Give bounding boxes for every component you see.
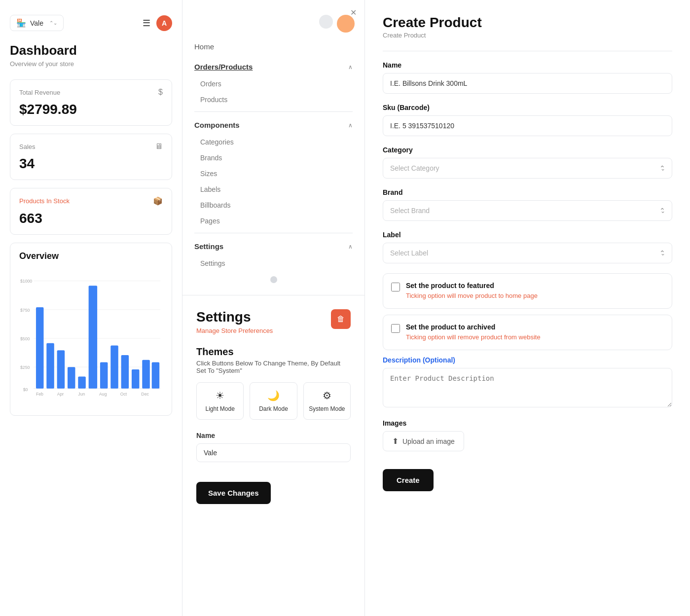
- system-mode-icon: ⚙: [323, 390, 331, 401]
- stock-label: Products In Stock: [19, 197, 70, 205]
- avatar[interactable]: A: [156, 15, 172, 31]
- svg-rect-12: [57, 350, 65, 389]
- deco-circle-2: [337, 15, 355, 33]
- nav-chevron-settings-icon: ∧: [348, 243, 353, 250]
- svg-text:$250: $250: [20, 365, 30, 370]
- settings-subtitle: Manage Store Preferences: [196, 327, 273, 334]
- store-chevron-icon: ⌃⌄: [49, 20, 57, 26]
- description-field-group: Description (Optional): [383, 356, 672, 409]
- settings-title: Settings: [196, 309, 273, 325]
- nav-item-billboards[interactable]: Billboards: [182, 197, 364, 213]
- dark-mode-icon: 🌙: [267, 390, 280, 401]
- settings-name-field-group: Name: [196, 432, 351, 472]
- sales-card: Sales 🖥 34: [10, 134, 172, 180]
- nav-divider-1: [194, 111, 353, 112]
- svg-text:$750: $750: [20, 308, 30, 313]
- svg-rect-14: [78, 377, 86, 389]
- nav-item-products[interactable]: Products: [182, 92, 364, 108]
- name-input[interactable]: [383, 73, 672, 94]
- label-field-label: Label: [383, 231, 672, 239]
- settings-header-text: Settings Manage Store Preferences: [196, 309, 273, 346]
- themes-title: Themes: [196, 346, 351, 358]
- svg-rect-18: [121, 355, 129, 389]
- dashboard-panel: 🏪 Vale ⌃⌄ ☰ A Dashboard Overview of your…: [0, 0, 182, 616]
- featured-checkbox[interactable]: [391, 283, 400, 291]
- sku-input[interactable]: [383, 115, 672, 136]
- svg-rect-15: [89, 286, 97, 389]
- nav-section-orders: Orders/Products ∧ Orders Products: [182, 58, 364, 108]
- middle-panel: ✕ Home Orders/Products ∧ Orders Products…: [182, 0, 365, 616]
- delete-button[interactable]: 🗑: [331, 309, 351, 329]
- svg-rect-19: [132, 369, 140, 389]
- category-select[interactable]: Select Category: [383, 158, 672, 179]
- brand-select[interactable]: Select Brand: [383, 200, 672, 221]
- nav-section-orders-header[interactable]: Orders/Products ∧: [182, 58, 364, 76]
- name-field-group: Name: [383, 61, 672, 94]
- archived-checkbox-desc: Ticking option will remove product from …: [406, 333, 541, 342]
- svg-rect-10: [36, 307, 44, 389]
- label-select[interactable]: Select Label: [383, 243, 672, 263]
- sales-card-header: Sales 🖥: [19, 142, 163, 151]
- nav-section-settings-header[interactable]: Settings ∧: [182, 237, 364, 255]
- nav-item-labels[interactable]: Labels: [182, 181, 364, 197]
- description-textarea[interactable]: [383, 368, 672, 407]
- create-product-title: Create Product: [383, 15, 672, 31]
- settings-name-label: Name: [196, 432, 351, 439]
- svg-text:$500: $500: [20, 336, 30, 341]
- svg-text:$0: $0: [23, 387, 28, 392]
- svg-rect-21: [152, 362, 160, 389]
- settings-name-input[interactable]: [196, 443, 351, 462]
- store-icon: 🏪: [16, 18, 26, 28]
- nav-item-categories[interactable]: Categories: [182, 134, 364, 150]
- archived-checkbox[interactable]: [391, 324, 400, 333]
- nav-section-settings: Settings ∧ Settings: [182, 237, 364, 271]
- nav-item-sizes[interactable]: Sizes: [182, 166, 364, 181]
- archived-checkbox-title: Set the product to archived: [406, 323, 541, 331]
- featured-checkbox-card: Set the product to featured Ticking opti…: [383, 273, 672, 309]
- store-selector[interactable]: 🏪 Vale ⌃⌄: [10, 15, 64, 31]
- page-subtitle: Overview of your store: [10, 60, 172, 68]
- light-mode-button[interactable]: ☀ Light Mode: [196, 382, 244, 420]
- stock-card-header: Products In Stock 📦: [19, 196, 163, 206]
- nav-item-settings[interactable]: Settings: [182, 255, 364, 271]
- nav-section-components-header[interactable]: Components ∧: [182, 116, 364, 134]
- store-name: Vale: [30, 19, 43, 27]
- page-title: Dashboard: [10, 43, 172, 58]
- save-changes-button[interactable]: Save Changes: [196, 482, 271, 504]
- sku-field-group: Sku (Barcode): [383, 104, 672, 136]
- revenue-icon: $: [158, 88, 163, 97]
- nav-item-orders[interactable]: Orders: [182, 76, 364, 92]
- svg-text:Jun: Jun: [78, 392, 85, 397]
- create-product-panel: Create Product Create Product Name Sku (…: [365, 0, 690, 616]
- chart-container: $1000 $750 $500 $250 $0: [19, 269, 163, 407]
- featured-checkbox-content: Set the product to featured Ticking opti…: [406, 282, 538, 300]
- revenue-card-header: Total Revenue $: [19, 88, 163, 97]
- nav-sidebar: ✕ Home Orders/Products ∧ Orders Products…: [182, 0, 364, 295]
- images-field-label: Images: [383, 419, 672, 427]
- light-mode-label: Light Mode: [205, 405, 234, 412]
- nav-item-brands[interactable]: Brands: [182, 150, 364, 166]
- dark-mode-label: Dark Mode: [259, 405, 288, 412]
- upload-icon: ⬆: [392, 436, 399, 446]
- upload-image-button[interactable]: ⬆ Upload an image: [383, 431, 464, 451]
- system-mode-button[interactable]: ⚙ System Mode: [303, 382, 351, 420]
- svg-rect-17: [110, 346, 118, 389]
- nav-item-pages[interactable]: Pages: [182, 213, 364, 229]
- svg-text:Oct: Oct: [120, 392, 127, 397]
- settings-section: Settings Manage Store Preferences 🗑 Them…: [182, 295, 364, 616]
- nav-home-link[interactable]: Home: [182, 37, 364, 56]
- label-select-wrapper: Select Label ⌃: [383, 243, 672, 263]
- stock-card: Products In Stock 📦 663: [10, 188, 172, 235]
- close-icon[interactable]: ✕: [350, 8, 357, 17]
- nav-chevron-orders-icon: ∧: [348, 64, 353, 71]
- dark-mode-button[interactable]: 🌙 Dark Mode: [250, 382, 297, 420]
- create-button[interactable]: Create: [383, 469, 434, 491]
- hamburger-icon[interactable]: ☰: [143, 18, 150, 29]
- stock-value: 663: [19, 211, 163, 226]
- revenue-label: Total Revenue: [19, 89, 60, 96]
- svg-text:Apr: Apr: [57, 392, 64, 397]
- nav-section-settings-label: Settings: [194, 242, 223, 251]
- category-field-group: Category Select Category ⌃: [383, 146, 672, 179]
- nav-chevron-components-icon: ∧: [348, 122, 353, 129]
- chart-svg: $1000 $750 $500 $250 $0: [19, 269, 163, 407]
